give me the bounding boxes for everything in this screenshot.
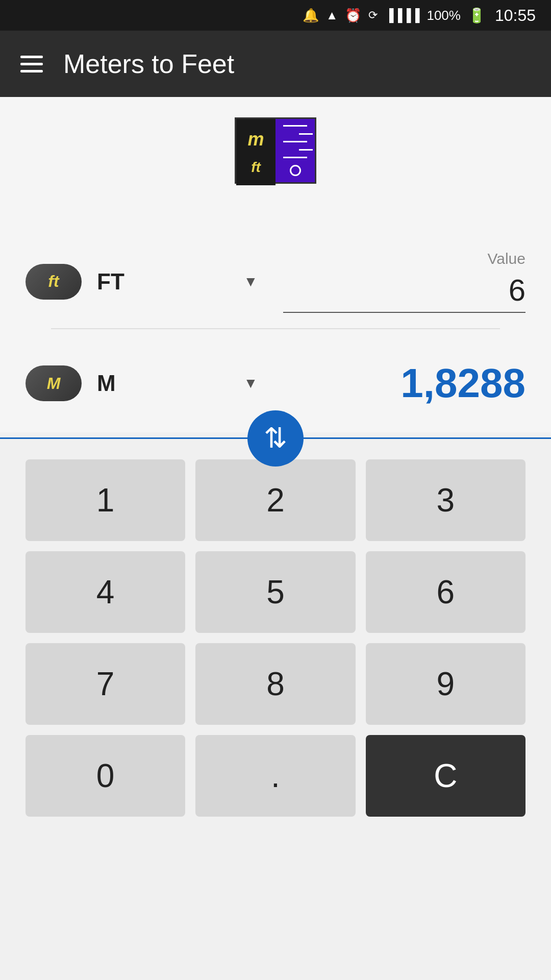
main-content: m ft xyxy=(0,97,551,225)
ruler-mark-1 xyxy=(283,125,307,127)
to-dropdown-arrow[interactable]: ▼ xyxy=(243,375,258,391)
swap-icon: ⇅ xyxy=(264,424,287,452)
numpad-2[interactable]: 2 xyxy=(195,459,355,541)
from-unit-badge: ft xyxy=(26,264,82,300)
row-spacer xyxy=(26,329,525,345)
numpad-8[interactable]: 8 xyxy=(195,643,355,725)
alarm-icon: ⏰ xyxy=(345,8,361,23)
hamburger-line-1 xyxy=(20,56,43,58)
numpad-clear[interactable]: C xyxy=(366,735,525,817)
logo-right-panel xyxy=(276,119,315,182)
ruler-mark-5 xyxy=(283,157,307,158)
from-badge-text: ft xyxy=(48,272,59,291)
to-unit-label: M xyxy=(97,371,218,396)
logo-m-text: m xyxy=(247,129,264,150)
menu-button[interactable] xyxy=(20,56,43,72)
numpad-6[interactable]: 6 xyxy=(366,551,525,633)
status-time: 10:55 xyxy=(495,6,536,25)
value-label: Value xyxy=(487,250,525,267)
status-bar: 🔔 ▲ ⏰ ⟳ ▐▐▐▐ 100% 🔋 10:55 xyxy=(0,0,551,31)
app-logo-container: m ft xyxy=(26,117,525,184)
from-value-container: Value xyxy=(283,250,525,313)
logo-left-panel: m ft xyxy=(236,119,276,185)
status-icons: 🔔 ▲ ⏰ ⟳ ▐▐▐▐ 100% 🔋 xyxy=(303,7,486,24)
logo-ft-text: ft xyxy=(251,159,261,176)
app-bar: Meters to Feet xyxy=(0,31,551,97)
from-value-input[interactable] xyxy=(283,273,525,313)
numpad: 1 2 3 4 5 6 7 8 9 0 . C xyxy=(0,444,551,842)
numpad-5[interactable]: 5 xyxy=(195,551,355,633)
numpad-7[interactable]: 7 xyxy=(26,643,185,725)
swap-button[interactable]: ⇅ xyxy=(247,410,304,467)
from-dropdown-arrow[interactable]: ▼ xyxy=(243,274,258,290)
ruler-mark-4 xyxy=(299,149,313,151)
to-unit-badge: M xyxy=(26,365,82,401)
battery-percentage: 100% xyxy=(427,8,461,23)
hamburger-line-2 xyxy=(20,63,43,65)
to-value-container: 1,8288 xyxy=(283,360,525,407)
hamburger-line-3 xyxy=(20,70,43,72)
numpad-3[interactable]: 3 xyxy=(366,459,525,541)
numpad-1[interactable]: 1 xyxy=(26,459,185,541)
battery-icon: 🔋 xyxy=(468,7,486,24)
sync-icon: ⟳ xyxy=(368,9,378,22)
numpad-9[interactable]: 9 xyxy=(366,643,525,725)
numpad-0[interactable]: 0 xyxy=(26,735,185,817)
notification-icon: 🔔 xyxy=(303,8,319,23)
swap-divider-row: ⇅ xyxy=(0,437,551,439)
to-value-result: 1,8288 xyxy=(283,360,525,407)
from-unit-label: FT xyxy=(97,269,218,295)
conversion-section: ft FT ▼ Value M M ▼ 1,8288 xyxy=(0,225,551,432)
ruler-mark-2 xyxy=(299,133,313,135)
numpad-4[interactable]: 4 xyxy=(26,551,185,633)
bluetooth-icon: ▲ xyxy=(326,8,338,22)
signal-icon: ▐▐▐▐ xyxy=(385,8,419,22)
from-unit-row: ft FT ▼ Value xyxy=(26,235,525,328)
numpad-decimal[interactable]: . xyxy=(195,735,355,817)
ruler-circle xyxy=(290,165,301,176)
to-badge-text: M xyxy=(47,374,61,393)
app-logo: m ft xyxy=(235,117,316,184)
app-title: Meters to Feet xyxy=(63,48,234,79)
ruler-mark-3 xyxy=(283,141,307,142)
